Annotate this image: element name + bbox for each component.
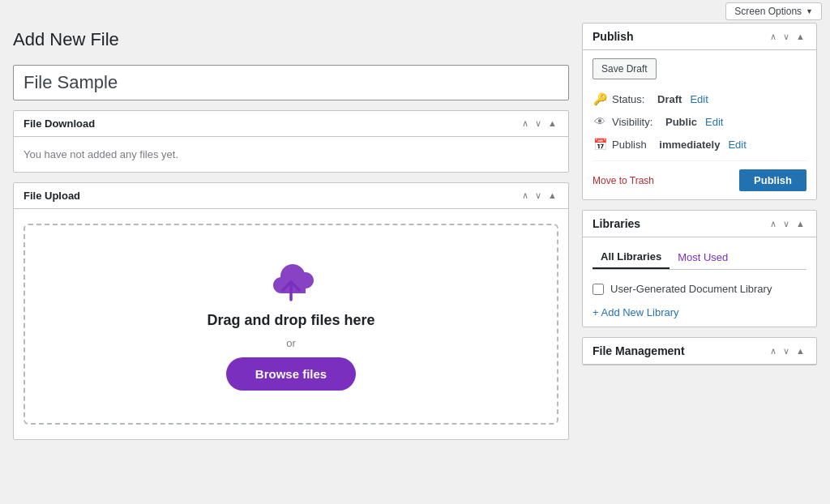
file-upload-close-btn[interactable]: ▲ xyxy=(546,190,558,202)
file-management-up-btn[interactable]: ∧ xyxy=(768,345,778,357)
libraries-down-btn[interactable]: ∨ xyxy=(781,218,791,230)
publish-header[interactable]: Publish ∧ ∨ ▲ xyxy=(583,23,816,50)
file-download-body: You have not added any files yet. xyxy=(14,137,568,172)
publish-title: Publish xyxy=(593,30,634,43)
publish-box: Publish ∧ ∨ ▲ Save Draft 🔑 Status: Draft… xyxy=(582,23,817,200)
libraries-close-btn[interactable]: ▲ xyxy=(794,218,806,230)
visibility-label: Visibility: xyxy=(612,116,652,128)
publish-controls: ∧ ∨ ▲ xyxy=(768,31,806,43)
file-management-title: File Management xyxy=(593,344,685,357)
publish-when-row: 📅 Publish immediately Edit xyxy=(593,133,806,156)
save-draft-button[interactable]: Save Draft xyxy=(593,58,657,79)
file-download-controls: ∧ ∨ ▲ xyxy=(520,117,558,130)
file-management-down-btn[interactable]: ∨ xyxy=(781,345,791,357)
visibility-edit-link[interactable]: Edit xyxy=(705,116,723,128)
calendar-icon: 📅 xyxy=(593,137,607,152)
file-upload-up-btn[interactable]: ∧ xyxy=(520,190,530,202)
libraries-header[interactable]: Libraries ∧ ∨ ▲ xyxy=(583,211,816,237)
file-download-down-btn[interactable]: ∨ xyxy=(533,117,543,130)
file-management-controls: ∧ ∨ ▲ xyxy=(768,345,806,357)
libraries-title: Libraries xyxy=(593,217,640,230)
publish-button[interactable]: Publish xyxy=(739,169,806,191)
publish-when-label: Publish xyxy=(612,139,647,151)
file-management-box: File Management ∧ ∨ ▲ xyxy=(582,337,817,365)
screen-options-button[interactable]: Screen Options xyxy=(725,2,822,20)
publish-down-btn[interactable]: ∨ xyxy=(781,31,791,43)
file-management-header[interactable]: File Management ∧ ∨ ▲ xyxy=(583,338,816,365)
file-management-close-btn[interactable]: ▲ xyxy=(794,345,806,357)
status-label: Status: xyxy=(612,93,644,105)
publish-footer: Move to Trash Publish xyxy=(593,160,806,191)
libraries-up-btn[interactable]: ∧ xyxy=(768,218,778,230)
file-upload-header[interactable]: File Upload ∧ ∨ ▲ xyxy=(14,183,568,209)
drag-drop-text: Drag and drop files here xyxy=(207,312,374,329)
or-text: or xyxy=(286,337,296,349)
file-upload-box: File Upload ∧ ∨ ▲ xyxy=(13,182,569,440)
file-download-title: File Download xyxy=(24,117,95,130)
publish-when-value: immediately xyxy=(659,139,720,151)
page-title: Add New File xyxy=(13,23,569,55)
add-new-library-link[interactable]: + Add New Library xyxy=(593,306,806,318)
move-to-trash-link[interactable]: Move to Trash xyxy=(593,175,654,186)
library-checkbox[interactable] xyxy=(593,284,604,295)
upload-icon xyxy=(265,258,317,304)
file-upload-down-btn[interactable]: ∨ xyxy=(533,190,543,202)
status-row: 🔑 Status: Draft Edit xyxy=(593,88,806,110)
visibility-icon: 👁 xyxy=(593,114,607,129)
file-upload-title: File Upload xyxy=(24,190,80,202)
browse-files-button[interactable]: Browse files xyxy=(226,357,356,391)
tab-all-libraries[interactable]: All Libraries xyxy=(593,246,670,269)
status-icon: 🔑 xyxy=(593,92,607,106)
publish-when-edit-link[interactable]: Edit xyxy=(728,139,746,151)
file-download-header[interactable]: File Download ∧ ∨ ▲ xyxy=(14,111,568,137)
file-upload-controls: ∧ ∨ ▲ xyxy=(520,190,558,202)
visibility-row: 👁 Visibility: Public Edit xyxy=(593,110,806,133)
status-edit-link[interactable]: Edit xyxy=(690,93,708,105)
visibility-value: Public xyxy=(665,116,697,128)
title-input[interactable] xyxy=(13,65,569,100)
library-checkbox-row: User-Generated Document Library xyxy=(593,278,806,300)
library-checkbox-label: User-Generated Document Library xyxy=(610,283,772,295)
file-upload-body: Drag and drop files here or Browse files xyxy=(14,209,568,439)
libraries-tabs: All Libraries Most Used xyxy=(593,246,806,270)
publish-up-btn[interactable]: ∧ xyxy=(768,31,778,43)
screen-options-label: Screen Options xyxy=(734,6,802,17)
libraries-box: Libraries ∧ ∨ ▲ All Libraries Most Used xyxy=(582,210,817,327)
publish-close-btn[interactable]: ▲ xyxy=(794,31,806,43)
file-download-box: File Download ∧ ∨ ▲ You have not added a… xyxy=(13,110,569,173)
status-value: Draft xyxy=(657,93,682,105)
tab-most-used[interactable]: Most Used xyxy=(670,246,736,269)
no-files-text: You have not added any files yet. xyxy=(24,145,558,164)
file-download-close-btn[interactable]: ▲ xyxy=(546,117,558,130)
file-download-up-btn[interactable]: ∧ xyxy=(520,117,530,130)
upload-drop-zone[interactable]: Drag and drop files here or Browse files xyxy=(24,224,558,425)
publish-body: Save Draft 🔑 Status: Draft Edit 👁 Visibi… xyxy=(583,50,816,199)
libraries-body: All Libraries Most Used User-Generated D… xyxy=(583,237,816,327)
libraries-controls: ∧ ∨ ▲ xyxy=(768,218,806,230)
